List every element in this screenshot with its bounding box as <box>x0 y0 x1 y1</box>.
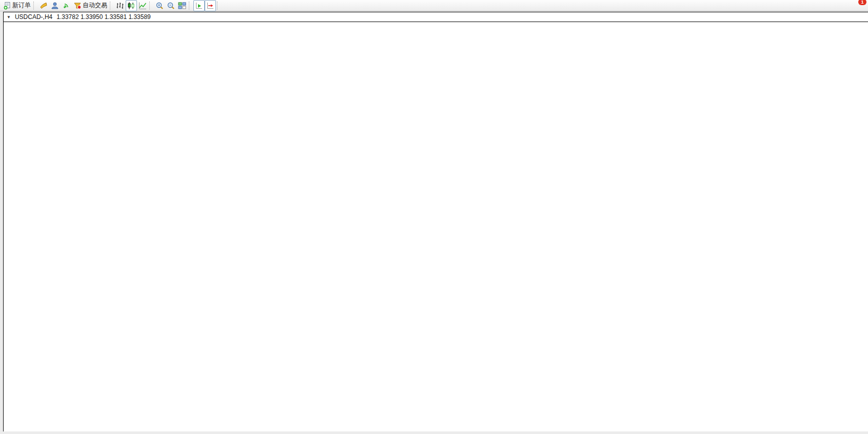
chart-candles-icon <box>127 2 135 10</box>
signals-icon <box>62 2 70 10</box>
collapse-icon[interactable]: ▼ <box>7 15 11 19</box>
toolbar-separator <box>217 2 220 10</box>
notification-badge: 1 <box>858 0 866 5</box>
tile-windows-icon <box>178 2 186 10</box>
autotrading-icon <box>73 2 82 10</box>
search-button[interactable] <box>855 0 858 11</box>
chat-button[interactable]: 1 <box>861 0 864 11</box>
chart-line-icon <box>139 2 147 10</box>
chart-bars-button[interactable] <box>114 0 126 11</box>
community-button[interactable] <box>49 0 61 11</box>
chart-title-ohlc: 1.33782 1.33950 1.33581 1.33589 <box>56 13 151 21</box>
toolbar-separator <box>33 2 36 10</box>
chart-shift-icon <box>206 2 214 10</box>
chart-plot-area[interactable] <box>4 23 842 305</box>
chart-titlebar: ▼ USDCAD-,H4 1.33782 1.33950 1.33581 1.3… <box>4 12 868 22</box>
autotrading-button[interactable]: 自动交易 <box>72 0 109 11</box>
auto-scroll-icon <box>195 2 203 10</box>
zoom-out-icon <box>167 2 175 10</box>
toolbar-separator <box>149 2 152 10</box>
autotrading-button-label: 自动交易 <box>83 1 107 10</box>
chart-line-button[interactable] <box>137 0 148 11</box>
toolbar-buttons: 新订单自动交易 <box>2 0 222 11</box>
new-order-icon <box>3 2 11 10</box>
chart-shift-button[interactable] <box>205 0 216 11</box>
toolbar: 新订单自动交易 1 <box>0 0 868 11</box>
chart-candles-button[interactable] <box>126 0 137 11</box>
alerts-button[interactable] <box>38 0 49 11</box>
tile-windows-button[interactable] <box>176 0 188 11</box>
chart-title-symbol: USDCAD-,H4 <box>15 13 52 21</box>
community-icon <box>51 2 59 10</box>
zoom-in-button[interactable] <box>154 0 165 11</box>
horn-icon <box>40 2 48 10</box>
signals-button[interactable] <box>61 0 72 11</box>
new-order-button-label: 新订单 <box>12 1 31 10</box>
toolbar-separator <box>110 2 113 10</box>
chart-bars-icon <box>116 2 124 10</box>
zoom-in-icon <box>155 2 164 10</box>
auto-scroll-button[interactable] <box>193 0 205 11</box>
zoom-out-button[interactable] <box>165 0 176 11</box>
new-order-button[interactable]: 新订单 <box>2 0 32 11</box>
toolbar-separator <box>189 2 192 10</box>
